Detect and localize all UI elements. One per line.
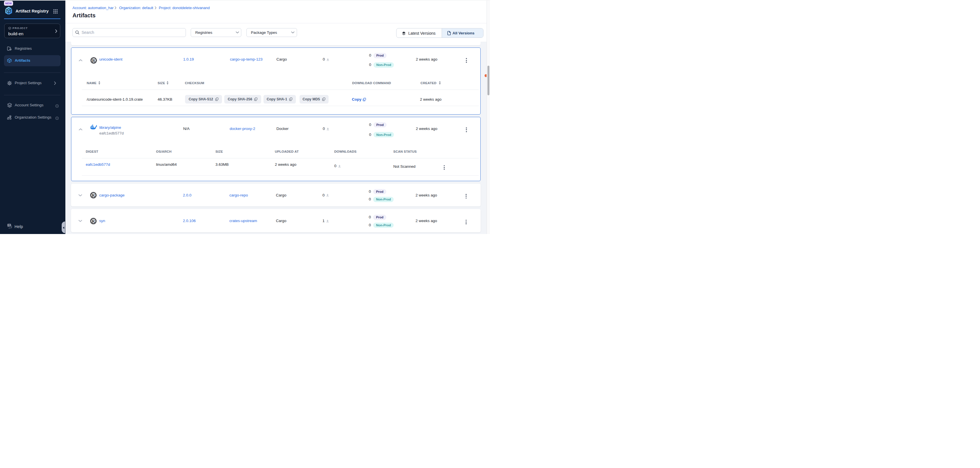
svg-text:?: ? xyxy=(8,224,10,227)
